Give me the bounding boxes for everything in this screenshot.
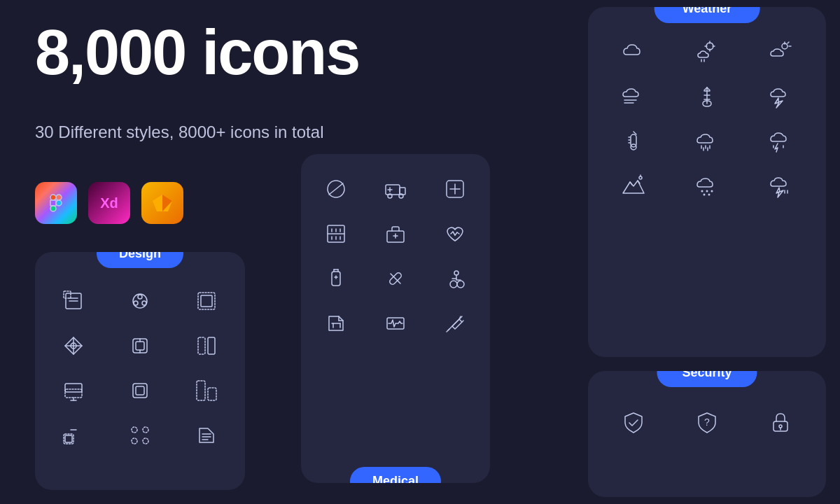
svg-point-41 [143, 427, 148, 433]
svg-rect-0 [50, 195, 56, 200]
medical-icon-pill [382, 265, 410, 293]
weather-icon-snow-temp [693, 83, 721, 111]
hero-title: 8,000 icons [35, 21, 359, 84]
medical-icon-heart [441, 220, 469, 248]
design-icon-12 [192, 421, 220, 449]
weather-label: Weather [654, 7, 760, 23]
svg-rect-4 [50, 206, 56, 211]
svg-line-89 [459, 316, 461, 319]
medical-icon-syringe [441, 309, 469, 337]
design-icon-8 [126, 377, 154, 405]
svg-point-127 [708, 194, 710, 196]
weather-icon-cloud-sun [766, 38, 794, 66]
svg-rect-33 [197, 381, 205, 400]
design-icon-9 [192, 377, 220, 405]
security-icon-grid: ? [605, 409, 809, 437]
medical-icon-prescription [322, 309, 350, 337]
svg-point-81 [457, 281, 464, 288]
svg-rect-36 [65, 435, 72, 442]
svg-point-80 [450, 281, 457, 288]
svg-rect-25 [198, 337, 205, 354]
svg-point-79 [454, 271, 458, 275]
svg-rect-2 [50, 200, 56, 206]
medical-icon-medical-cross [441, 175, 469, 203]
weather-icon-snow-sun [693, 38, 721, 66]
svg-rect-32 [136, 386, 144, 395]
sketch-badge [141, 182, 183, 224]
design-label: Design [97, 252, 183, 268]
svg-point-124 [706, 190, 708, 192]
svg-line-46 [329, 183, 343, 195]
weather-icon-mountain [620, 172, 648, 200]
svg-point-38 [132, 438, 137, 444]
design-icon-7 [59, 377, 88, 405]
svg-line-90 [462, 321, 463, 322]
design-icon-10 [59, 421, 88, 449]
weather-icon-cloud-rain [693, 127, 721, 155]
weather-icon-grid [605, 38, 809, 200]
tool-icons-group: Xd [35, 182, 183, 224]
svg-rect-31 [133, 384, 147, 398]
design-icon-grid [49, 287, 231, 449]
weather-icon-cloud-storm2 [766, 127, 794, 155]
svg-rect-34 [208, 388, 216, 400]
svg-rect-1 [56, 195, 62, 200]
security-icon-shield-check [620, 409, 648, 437]
svg-point-14 [142, 301, 146, 305]
medical-icon-grid [315, 175, 476, 337]
svg-line-102 [788, 42, 789, 43]
xd-badge: Xd [88, 182, 130, 224]
medical-icon-briefcase [382, 220, 410, 248]
security-label: Security [657, 371, 757, 387]
design-icon-6 [192, 332, 220, 360]
svg-point-39 [143, 438, 148, 444]
medical-icon-scan [322, 220, 350, 248]
weather-icon-lightning-rain [766, 172, 794, 200]
medical-label: Medical [350, 467, 441, 483]
figma-badge [35, 182, 77, 224]
svg-text:?: ? [704, 416, 710, 428]
svg-rect-26 [208, 337, 215, 354]
weather-icon-cloud [620, 38, 648, 66]
svg-point-126 [703, 194, 705, 196]
weather-icon-storm [766, 83, 794, 111]
weather-icon-windy-cloud [620, 83, 648, 111]
design-icon-2 [126, 287, 154, 315]
medical-icon-ban [322, 175, 350, 203]
svg-rect-8 [64, 291, 71, 298]
medical-card: Medical [301, 154, 490, 483]
svg-line-91 [447, 329, 449, 332]
svg-line-70 [457, 232, 459, 234]
weather-icon-drizzle [693, 172, 721, 200]
svg-point-15 [134, 301, 138, 305]
svg-line-68 [453, 232, 455, 235]
design-icon-3 [192, 287, 220, 315]
svg-rect-28 [65, 384, 82, 392]
security-card: Security ? [588, 371, 826, 497]
design-icon-4 [59, 332, 88, 360]
design-icon-1 [59, 287, 88, 315]
weather-card: Weather [588, 7, 826, 357]
security-icon-lock [766, 409, 794, 437]
svg-rect-22 [136, 342, 144, 350]
medical-icon-ecg [382, 309, 410, 337]
design-card: Design [35, 252, 245, 490]
svg-rect-3 [56, 200, 62, 206]
design-icon-5 [126, 332, 154, 360]
svg-rect-27 [65, 389, 82, 398]
hero-subtitle: 30 Different styles, 8000+ icons in tota… [35, 122, 323, 142]
svg-point-40 [132, 427, 137, 433]
medical-icon-bottle [322, 265, 350, 293]
medical-icon-wheelchair [441, 265, 469, 293]
svg-point-123 [701, 190, 703, 192]
design-icon-11 [126, 421, 154, 449]
svg-rect-17 [201, 295, 212, 307]
svg-point-125 [710, 190, 713, 192]
weather-icon-thermometer [620, 127, 648, 155]
security-icon-shield-question: ? [693, 409, 721, 437]
svg-point-13 [138, 295, 142, 299]
medical-icon-ambulance [382, 175, 410, 203]
